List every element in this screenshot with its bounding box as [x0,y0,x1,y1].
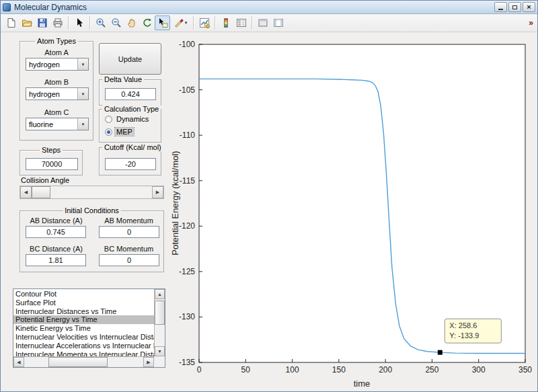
new-file-icon[interactable] [3,15,19,30]
restore-button[interactable] [508,2,521,12]
list-item[interactable]: Surface Plot [13,299,154,307]
slider-thumb[interactable] [32,186,50,198]
list-item[interactable]: Contour Plot [13,290,154,299]
y-tick-label: -135 [179,358,195,367]
y-tick-label: -110 [180,130,195,140]
x-tick-label: 50 [241,365,251,375]
slider-left-arrow-icon[interactable]: ◀ [20,186,32,198]
open-folder-icon[interactable] [19,15,34,30]
print-icon[interactable] [50,15,65,30]
show-plot-tools-icon[interactable] [270,15,286,30]
delta-value-title: Delta Value [102,75,144,83]
rotate-3d-icon[interactable] [139,15,155,30]
calculation-type-title: Calculation Type [102,105,161,113]
calculation-type-panel: Calculation Type Dynamics MEP [99,109,161,143]
list-item[interactable]: Internuclear Accelerations vs Internucle… [13,342,154,350]
delta-value-panel: Delta Value [99,79,161,106]
initial-conditions-title: Initial Conditions [63,206,121,214]
brush-icon[interactable]: ▾ [170,15,190,30]
atom-c-select[interactable]: fluorine ▼ [26,118,89,130]
cutoff-field[interactable] [105,158,156,170]
x-tick-label: 0 [197,365,202,375]
atom-b-label: Atom B [20,78,93,86]
y-tick-label: -120 [179,221,195,231]
radio-icon[interactable] [105,128,112,136]
steps-title: Steps [40,146,63,154]
radio-icon[interactable] [105,116,112,123]
toolbar-overflow-icon[interactable]: » [529,18,535,28]
plot-list-items: Contour PlotSurface PlotInternuclear Dis… [13,290,154,356]
app-window: Molecular Dynamics × ▾ » Atom Types [0,0,538,392]
insert-legend-icon[interactable] [233,15,249,30]
ab-distance-field[interactable] [26,226,86,238]
data-cursor-icon[interactable] [155,15,170,30]
delta-value-field[interactable] [105,88,156,100]
zoom-out-icon[interactable] [108,15,124,30]
x-tick-label: 100 [286,365,299,375]
ab-momentum-label: AB Momentum [93,217,165,225]
chevron-down-icon[interactable]: ▾ [185,20,188,26]
radio-label: MEP [115,128,134,136]
radio-dynamics[interactable]: Dynamics [105,115,150,123]
x-tick-label: 150 [332,365,346,375]
hscroll-thumb[interactable] [48,357,108,367]
pointer-icon[interactable] [71,15,87,30]
x-tick-label: 250 [425,365,438,375]
y-tick-label: -130 [179,312,195,321]
hide-plot-tools-icon[interactable] [255,15,270,30]
ab-momentum-field[interactable] [99,226,159,238]
x-axis-label: time [354,379,371,389]
axes-box[interactable] [199,44,525,362]
y-tick-label: -115 [180,176,195,186]
bc-momentum-field[interactable] [99,254,159,266]
minimize-button[interactable] [494,2,507,12]
restore-icon [512,5,517,9]
radio-mep[interactable]: MEP [105,128,134,136]
y-tick-label: -105 [179,85,195,95]
vscroll-thumb[interactable] [155,301,165,325]
chart-area[interactable]: Potential Energy (kcal/mol) time 0501001… [169,38,537,392]
scroll-down-arrow-icon[interactable]: ▼ [155,346,165,356]
bc-distance-field[interactable] [26,254,86,266]
plot-list-hscroll[interactable]: ◀ ▶ [13,356,154,367]
list-item[interactable]: Internuclear Momenta vs Internuclear Dis… [13,350,154,356]
steps-panel: Steps [20,150,83,175]
scroll-right-arrow-icon[interactable]: ▶ [143,357,154,367]
close-button[interactable]: × [523,2,535,12]
zoom-in-icon[interactable] [93,15,108,30]
insert-colorbar-icon[interactable] [218,15,233,30]
scroll-up-arrow-icon[interactable]: ▲ [155,289,165,299]
chevron-down-icon[interactable]: ▼ [77,118,88,130]
potential-energy-plot[interactable]: Potential Energy (kcal/mol) time 0501001… [169,38,537,392]
app-icon [3,3,11,11]
list-item[interactable]: Kinetic Energy vs Time [13,324,154,333]
plot-list-vscroll[interactable]: ▲ ▼ [154,289,165,356]
atom-b-select[interactable]: hydrogen ▼ [26,87,89,100]
radio-label: Dynamics [115,115,150,123]
slider-right-arrow-icon[interactable]: ▶ [152,186,163,198]
atom-a-select[interactable]: hydrogen ▼ [26,58,89,71]
save-icon[interactable] [34,15,50,30]
title-bar[interactable]: Molecular Dynamics × [1,1,537,14]
y-tick-label: -100 [179,40,195,49]
scroll-left-arrow-icon[interactable]: ◀ [13,357,24,367]
update-button[interactable]: Update [99,43,161,75]
cutoff-panel: Cutoff (Kcal/ mol) [99,147,161,175]
pan-icon[interactable] [124,15,139,30]
collision-angle-slider[interactable]: ◀ ▶ [20,186,164,199]
atom-a-value: hydrogen [26,61,77,69]
list-item[interactable]: Internuclear Velocities vs Internuclear … [13,333,154,342]
ab-distance-label: AB Distance (A) [20,217,92,225]
scrollbar-corner [154,356,165,367]
list-item[interactable]: Internuclear Distances vs Time [13,307,154,316]
steps-field[interactable] [26,158,78,170]
datatip-box[interactable]: X: 258.6Y: -133.9 [445,319,501,343]
chevron-down-icon[interactable]: ▼ [77,58,88,70]
plot-list[interactable]: Contour PlotSurface PlotInternuclear Dis… [13,288,165,368]
link-plot-icon[interactable] [196,15,212,30]
datatip-marker[interactable] [438,350,443,355]
chevron-down-icon[interactable]: ▼ [77,88,88,100]
bc-distance-label: BC Distance (A) [20,245,92,253]
list-item[interactable]: Potential Energy vs Time [13,315,154,324]
y-tick-label: -125 [179,267,195,276]
